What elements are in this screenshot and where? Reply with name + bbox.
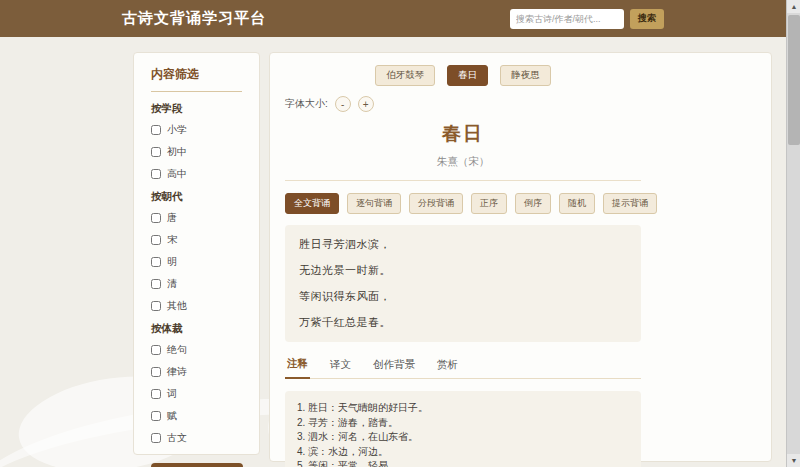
filter-title: 内容筛选 <box>151 66 242 92</box>
mode-forward-order[interactable]: 正序 <box>471 193 507 214</box>
mode-by-sentence[interactable]: 逐句背诵 <box>347 193 401 214</box>
search-input[interactable] <box>510 9 624 29</box>
page: 古诗文背诵学习平台 搜索 内容筛选 按学段 小学 初中 <box>0 0 800 467</box>
poem-tab-jingyesi[interactable]: 静夜思 <box>500 65 551 86</box>
filter-option: 清 <box>151 277 242 291</box>
filter-option: 古文 <box>151 431 242 445</box>
mode-by-section[interactable]: 分段背诵 <box>409 193 463 214</box>
apply-filter-button[interactable]: 应用筛选 <box>151 463 243 467</box>
option-label: 绝句 <box>167 343 187 357</box>
note-line: 4. 滨：水边，河边。 <box>297 445 629 460</box>
poem-panel: 伯牙鼓琴 春日 静夜思 字体大小: - + 春日 朱熹（宋） 全文背诵 逐句背诵… <box>269 52 772 462</box>
filter-option: 绝句 <box>151 343 242 357</box>
poem-text-box: 胜日寻芳泗水滨， 无边光景一时新。 等闲识得东风面， 万紫千红总是春。 <box>285 225 641 342</box>
scrollbar[interactable]: ▲ ▼ <box>786 0 800 467</box>
checkbox-jueju[interactable] <box>151 345 161 355</box>
scroll-up-arrow-icon[interactable]: ▲ <box>787 0 800 13</box>
app-header: 古诗文背诵学习平台 搜索 <box>0 0 786 37</box>
tab-background[interactable]: 创作背景 <box>371 355 417 378</box>
info-tabs: 注释 译文 创作背景 赏析 <box>285 355 641 379</box>
mode-reverse-order[interactable]: 倒序 <box>515 193 551 214</box>
option-label: 其他 <box>167 299 187 313</box>
filter-group-genre: 按体裁 绝句 律诗 词 赋 <box>151 322 242 445</box>
mode-full-text[interactable]: 全文背诵 <box>285 193 339 214</box>
option-label: 赋 <box>167 409 177 423</box>
option-label: 律诗 <box>167 365 187 379</box>
app-title: 古诗文背诵学习平台 <box>122 9 266 28</box>
search-bar: 搜索 <box>510 9 664 29</box>
checkbox-guwen[interactable] <box>151 433 161 443</box>
note-line: 3. 泗水：河名，在山东省。 <box>297 430 629 445</box>
option-label: 清 <box>167 277 177 291</box>
checkbox-other[interactable] <box>151 301 161 311</box>
tab-translation[interactable]: 译文 <box>328 355 353 378</box>
option-label: 初中 <box>167 145 187 159</box>
font-size-controls: 字体大小: - + <box>285 96 641 112</box>
checkbox-high-school[interactable] <box>151 169 161 179</box>
poem-author: 朱熹（宋） <box>285 155 641 169</box>
search-button[interactable]: 搜索 <box>630 9 664 29</box>
poem-line: 胜日寻芳泗水滨， <box>299 237 627 252</box>
note-line: 5. 等闲：平常、轻易。 <box>297 459 629 467</box>
poem-tabs: 伯牙鼓琴 春日 静夜思 <box>285 65 641 86</box>
note-line: 1. 胜日：天气晴朗的好日子。 <box>297 401 629 416</box>
scrollbar-thumb[interactable] <box>788 15 800 145</box>
poem-line: 等闲识得东风面， <box>299 289 627 304</box>
option-label: 宋 <box>167 233 177 247</box>
option-label: 高中 <box>167 167 187 181</box>
checkbox-tang[interactable] <box>151 213 161 223</box>
checkbox-fu[interactable] <box>151 411 161 421</box>
filter-option: 词 <box>151 387 242 401</box>
checkbox-song[interactable] <box>151 235 161 245</box>
checkbox-primary-school[interactable] <box>151 125 161 135</box>
recitation-mode-buttons: 全文背诵 逐句背诵 分段背诵 正序 倒序 随机 提示背诵 <box>285 193 641 214</box>
font-size-label: 字体大小: <box>285 97 328 111</box>
filter-option: 明 <box>151 255 242 269</box>
tab-annotations[interactable]: 注释 <box>285 355 310 379</box>
filter-sidebar: 内容筛选 按学段 小学 初中 高中 按朝代 <box>133 52 260 455</box>
checkbox-middle-school[interactable] <box>151 147 161 157</box>
poem-line: 无边光景一时新。 <box>299 263 627 278</box>
poem-tab-boyaguqin[interactable]: 伯牙鼓琴 <box>375 65 435 86</box>
divider <box>285 180 641 181</box>
filter-group-label: 按朝代 <box>151 190 242 204</box>
note-line: 2. 寻芳：游春，踏青。 <box>297 416 629 431</box>
checkbox-lvshi[interactable] <box>151 367 161 377</box>
option-label: 小学 <box>167 123 187 137</box>
checkbox-ci[interactable] <box>151 389 161 399</box>
annotations-box: 1. 胜日：天气晴朗的好日子。 2. 寻芳：游春，踏青。 3. 泗水：河名，在山… <box>285 391 641 467</box>
font-increase-button[interactable]: + <box>358 96 374 112</box>
content-row: 内容筛选 按学段 小学 初中 高中 按朝代 <box>133 52 772 462</box>
filter-option: 唐 <box>151 211 242 225</box>
poem-tab-chunri[interactable]: 春日 <box>447 65 488 86</box>
mode-random[interactable]: 随机 <box>559 193 595 214</box>
option-label: 唐 <box>167 211 177 225</box>
scroll-down-arrow-icon[interactable]: ▼ <box>787 454 800 467</box>
filter-option: 高中 <box>151 167 242 181</box>
filter-group-stage: 按学段 小学 初中 高中 <box>151 102 242 181</box>
filter-option: 初中 <box>151 145 242 159</box>
checkbox-qing[interactable] <box>151 279 161 289</box>
poem-title: 春日 <box>285 121 641 147</box>
tab-appreciation[interactable]: 赏析 <box>435 355 460 378</box>
font-decrease-button[interactable]: - <box>335 96 351 112</box>
option-label: 明 <box>167 255 177 269</box>
filter-option: 宋 <box>151 233 242 247</box>
filter-option: 赋 <box>151 409 242 423</box>
mode-hint[interactable]: 提示背诵 <box>603 193 657 214</box>
option-label: 古文 <box>167 431 187 445</box>
filter-option: 小学 <box>151 123 242 137</box>
filter-group-dynasty: 按朝代 唐 宋 明 清 其他 <box>151 190 242 313</box>
poem-line: 万紫千红总是春。 <box>299 315 627 330</box>
filter-group-label: 按体裁 <box>151 322 242 336</box>
filter-option: 律诗 <box>151 365 242 379</box>
checkbox-ming[interactable] <box>151 257 161 267</box>
filter-group-label: 按学段 <box>151 102 242 116</box>
option-label: 词 <box>167 387 177 401</box>
filter-option: 其他 <box>151 299 242 313</box>
